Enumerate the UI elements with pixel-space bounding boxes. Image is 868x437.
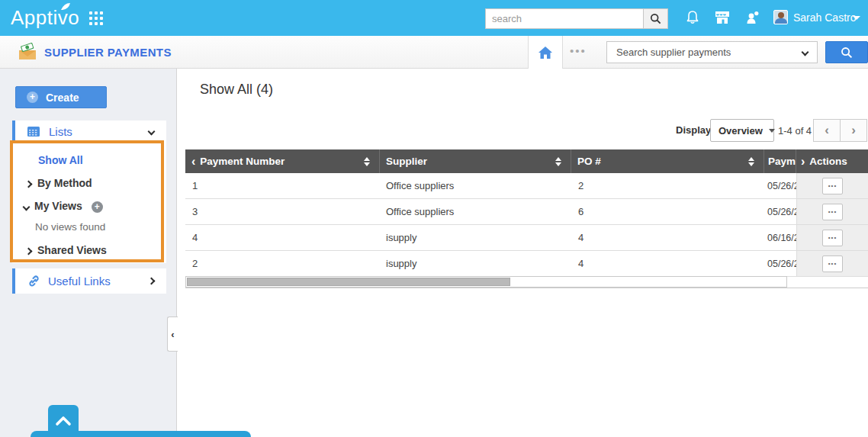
- scrollbar-thumb[interactable]: [187, 278, 510, 286]
- my-views-label: My Views: [34, 200, 82, 212]
- row-actions-button[interactable]: •••: [822, 255, 843, 272]
- create-button[interactable]: + Create: [15, 86, 107, 108]
- search-icon: [650, 13, 661, 24]
- sidebar-item-shared-views[interactable]: Shared Views: [12, 244, 166, 256]
- column-label: Payment Number: [200, 156, 359, 167]
- sort-icon[interactable]: [359, 157, 379, 166]
- supplier-payments-app-icon: [17, 40, 38, 62]
- app-title: SUPPLIER PAYMENTS: [44, 46, 172, 59]
- chevron-right-icon[interactable]: [25, 181, 33, 188]
- payment-date-cell: 06/16/2: [764, 225, 796, 250]
- actions-cell: •••: [796, 225, 868, 250]
- lists-label: Lists: [49, 125, 72, 138]
- sidebar-item-by-method[interactable]: By Method: [12, 177, 166, 189]
- payment-number-cell: 3: [185, 199, 380, 224]
- chevron-up-icon: [55, 416, 72, 426]
- create-button-label: Create: [46, 92, 79, 104]
- actions-cell: •••: [796, 199, 868, 224]
- bottom-widget-bar[interactable]: [31, 431, 251, 437]
- payment-date-cell: 05/26/2: [764, 251, 796, 276]
- display-dropdown-value: Overview: [711, 125, 763, 137]
- sidebar-item-useful-links[interactable]: Useful Links: [12, 268, 166, 294]
- shared-views-label: Shared Views: [37, 244, 107, 256]
- left-sidebar: + Create Lists Show All By Method My Vie…: [0, 69, 177, 437]
- home-icon: [537, 45, 554, 60]
- chevron-right-icon[interactable]: [148, 278, 156, 285]
- payments-table: ‹ Payment Number Supplier PO # Payme › A…: [185, 149, 868, 277]
- horizontal-scrollbar[interactable]: [185, 276, 787, 288]
- supplier-cell: isupply: [380, 225, 571, 250]
- global-search-button[interactable]: [643, 8, 668, 29]
- user-menu[interactable]: Sarah Castro: [793, 11, 856, 24]
- home-button[interactable]: [528, 36, 563, 69]
- pagination-range: 1-4 of 4: [778, 125, 812, 137]
- chevron-down-icon[interactable]: [23, 204, 31, 211]
- user-avatar[interactable]: [773, 10, 788, 24]
- sidebar-item-lists[interactable]: Lists: [12, 120, 166, 142]
- app-store-icon[interactable]: [714, 9, 731, 26]
- notifications-icon[interactable]: [684, 9, 701, 26]
- sidebar-collapse-handle[interactable]: ‹: [167, 317, 178, 352]
- payment-number-cell: 2: [185, 251, 380, 276]
- chevron-down-icon[interactable]: [801, 49, 809, 56]
- chevron-right-icon[interactable]: [25, 248, 33, 255]
- po-number-cell: 4: [571, 251, 764, 276]
- supplier-cell: Office suppliers: [380, 199, 571, 224]
- table-row[interactable]: 3 Office suppliers 6 05/26/2 •••: [185, 199, 868, 225]
- chevron-down-icon[interactable]: [148, 127, 156, 135]
- column-label: Payme: [764, 156, 796, 167]
- supplier-cell: isupply: [380, 251, 571, 276]
- search-icon: [841, 47, 853, 59]
- po-number-cell: 2: [571, 173, 764, 198]
- previous-page-button[interactable]: ‹: [813, 119, 841, 142]
- feedback-icon[interactable]: [744, 9, 761, 26]
- sort-icon[interactable]: [551, 157, 571, 166]
- scroll-columns-left-icon[interactable]: ‹: [185, 156, 200, 168]
- row-actions-button[interactable]: •••: [822, 204, 843, 220]
- global-search-input[interactable]: [485, 8, 643, 29]
- po-number-cell: 6: [571, 199, 764, 224]
- app-search-button[interactable]: [825, 41, 868, 63]
- column-label: PO #: [571, 156, 744, 167]
- column-header-supplier[interactable]: Supplier: [380, 149, 571, 173]
- lists-icon: [27, 127, 40, 137]
- display-label: Display: [676, 124, 711, 136]
- useful-links-label: Useful Links: [48, 275, 111, 288]
- next-page-button[interactable]: ›: [840, 119, 867, 142]
- sidebar-item-my-views[interactable]: My Views+: [12, 200, 166, 213]
- supplier-payments-page: Apptivo: [0, 0, 868, 437]
- sidebar-item-show-all[interactable]: Show All: [12, 154, 166, 166]
- page-title: Show All (4): [200, 82, 273, 98]
- app-search-select[interactable]: Search supplier payments: [606, 41, 818, 63]
- views-panel: Show All By Method My Views+ No views fo…: [12, 142, 166, 263]
- chevron-right-icon: ›: [851, 123, 856, 138]
- avatar-head: [778, 12, 784, 18]
- column-header-po-number[interactable]: PO #: [571, 149, 764, 173]
- more-options-icon[interactable]: •••: [570, 44, 587, 57]
- row-actions-button[interactable]: •••: [822, 178, 843, 194]
- display-dropdown[interactable]: Overview: [710, 119, 774, 142]
- row-actions-button[interactable]: •••: [822, 230, 843, 246]
- by-method-label: By Method: [37, 177, 92, 189]
- sort-icon[interactable]: [744, 157, 764, 166]
- global-search: [485, 8, 668, 29]
- column-header-payment-date[interactable]: Payme: [764, 149, 796, 173]
- actions-cell: •••: [796, 251, 868, 276]
- app-launcher-icon[interactable]: [89, 11, 103, 25]
- chevron-left-icon: ‹: [171, 329, 174, 340]
- no-views-text: No views found: [12, 221, 166, 233]
- add-view-icon[interactable]: +: [92, 201, 103, 213]
- table-bottom-border: [185, 288, 868, 288]
- column-header-payment-number[interactable]: ‹ Payment Number: [185, 149, 380, 173]
- payment-number-cell: 4: [185, 225, 380, 250]
- column-label: Supplier: [380, 156, 551, 167]
- top-navigation-bar: Apptivo: [0, 0, 868, 36]
- user-menu-caret-icon[interactable]: [853, 16, 860, 20]
- column-header-actions[interactable]: › Actions: [796, 149, 868, 173]
- avatar-body: [775, 18, 787, 24]
- table-row[interactable]: 1 Office suppliers 2 05/26/2 •••: [185, 173, 868, 199]
- table-row[interactable]: 4 isupply 4 06/16/2 •••: [185, 225, 868, 251]
- scroll-columns-right-icon[interactable]: ›: [796, 156, 809, 168]
- table-header-row: ‹ Payment Number Supplier PO # Payme › A…: [185, 149, 868, 173]
- table-row[interactable]: 2 isupply 4 05/26/2 •••: [185, 251, 868, 277]
